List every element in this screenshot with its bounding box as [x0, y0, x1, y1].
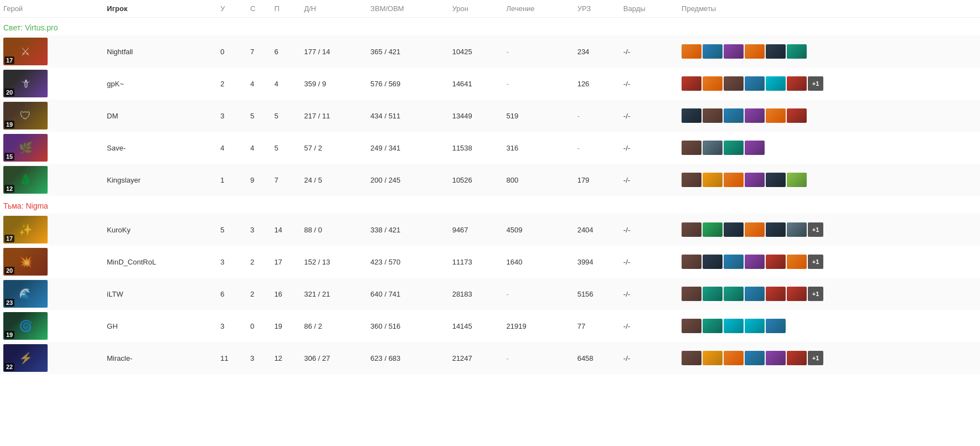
team-label: Свет: Virtus.pro: [0, 18, 980, 36]
hero-cell: 🛡19: [0, 100, 104, 132]
stat-zvmovm: 200 / 245: [367, 164, 449, 196]
stat-wards: -/-: [620, 342, 678, 374]
hero-cell: 🗡20: [0, 68, 104, 100]
stat-a: 7: [271, 164, 301, 196]
item-box: [766, 44, 786, 59]
item-box: [682, 351, 702, 365]
stat-heal: 1640: [503, 246, 574, 278]
item-box: [787, 287, 807, 301]
items-cell: +1: [678, 342, 980, 374]
item-box: [703, 76, 723, 91]
items-cell: [678, 310, 980, 342]
items-container: +1: [682, 351, 977, 365]
player-name: Nightfall: [104, 35, 217, 68]
hero-cell: ⚡22: [0, 342, 104, 374]
stat-dnh: 24 / 5: [301, 164, 367, 196]
item-box: [745, 44, 765, 59]
item-box: [745, 222, 765, 237]
items-container: [682, 108, 977, 123]
items-cell: +1: [678, 214, 980, 246]
stat-dmg: 13449: [449, 100, 503, 132]
item-box: [724, 287, 744, 301]
item-box: [703, 287, 723, 301]
item-box: [682, 222, 702, 237]
hero-level: 19: [4, 121, 14, 128]
stat-dnh: 86 / 2: [301, 310, 367, 342]
col-header-hero: Герой: [0, 0, 104, 18]
item-extra-badge: +1: [808, 222, 823, 237]
stat-dmg: 28183: [449, 278, 503, 310]
stat-zvmovm: 623 / 683: [367, 342, 449, 374]
item-box: [724, 351, 744, 365]
stat-dmg: 14641: [449, 68, 503, 100]
item-box: [787, 76, 807, 91]
stat-wards: -/-: [620, 310, 678, 342]
hero-level: 22: [4, 363, 14, 371]
stat-urz: 126: [574, 68, 620, 100]
stat-k: 6: [217, 278, 247, 310]
stat-dnh: 152 / 13: [301, 246, 367, 278]
stat-heal: 519: [503, 100, 574, 132]
item-box: [682, 108, 702, 123]
stat-heal: -: [503, 278, 574, 310]
stat-dmg: 10425: [449, 35, 503, 68]
stat-zvmovm: 249 / 341: [367, 132, 449, 164]
hero-avatar: ✨17: [3, 216, 48, 243]
hero-avatar: ⚔17: [3, 38, 48, 65]
player-name: Miracle-: [104, 342, 217, 374]
hero-cell: ✨17: [0, 214, 104, 246]
stat-d: 5: [247, 100, 271, 132]
col-header-d: С: [247, 0, 271, 18]
col-header-urz: УРЗ: [574, 0, 620, 18]
hero-cell: 💥20: [0, 246, 104, 278]
stat-d: 3: [247, 342, 271, 374]
items-cell: [678, 100, 980, 132]
player-name: KuroKy: [104, 214, 217, 246]
stats-table-container: ГеройИгрокУСПД/НЗВМ/ОВМУронЛечениеУРЗВар…: [0, 0, 980, 374]
stat-dmg: 11538: [449, 132, 503, 164]
player-name: iLTW: [104, 278, 217, 310]
item-box: [745, 319, 765, 333]
item-box: [766, 108, 786, 123]
stat-zvmovm: 338 / 421: [367, 214, 449, 246]
stat-k: 4: [217, 132, 247, 164]
item-box: [766, 319, 786, 333]
item-box: [703, 255, 723, 269]
stat-urz: -: [574, 132, 620, 164]
hero-avatar: 🛡19: [3, 102, 48, 129]
stat-zvmovm: 423 / 570: [367, 246, 449, 278]
table-row: 🌊23iLTW6216321 / 21640 / 74128183-5156-/…: [0, 278, 980, 310]
stat-heal: 21919: [503, 310, 574, 342]
stat-heal: -: [503, 68, 574, 100]
item-extra-badge: +1: [808, 287, 823, 301]
stat-wards: -/-: [620, 68, 678, 100]
stat-d: 9: [247, 164, 271, 196]
stat-zvmovm: 360 / 516: [367, 310, 449, 342]
stat-a: 5: [271, 100, 301, 132]
stat-dnh: 88 / 0: [301, 214, 367, 246]
items-container: +1: [682, 287, 977, 301]
stat-urz: 179: [574, 164, 620, 196]
table-row: ⚡22Miracle-11312306 / 27623 / 68321247-6…: [0, 342, 980, 374]
item-box: [682, 319, 702, 333]
hero-cell: ⚔17: [0, 35, 104, 68]
player-name: GH: [104, 310, 217, 342]
items-container: [682, 141, 977, 155]
team-label: Тьма: Nigma: [0, 196, 980, 214]
hero-avatar: 🌿15: [3, 134, 48, 162]
hero-level: 17: [4, 56, 14, 64]
stat-dmg: 10526: [449, 164, 503, 196]
col-header-items: Предметы: [678, 0, 980, 18]
hero-cell: 🌿15: [0, 132, 104, 164]
stat-a: 16: [271, 278, 301, 310]
items-container: [682, 319, 977, 333]
player-name: MinD_ContRoL: [104, 246, 217, 278]
stat-k: 3: [217, 246, 247, 278]
col-header-wards: Варды: [620, 0, 678, 18]
hero-avatar: 🌀19: [3, 312, 48, 340]
item-box: [724, 255, 744, 269]
table-row: ✨17KuroKy531488 / 0338 / 421946745092404…: [0, 214, 980, 246]
stat-wards: -/-: [620, 35, 678, 68]
stat-k: 3: [217, 310, 247, 342]
player-name: Save-: [104, 132, 217, 164]
